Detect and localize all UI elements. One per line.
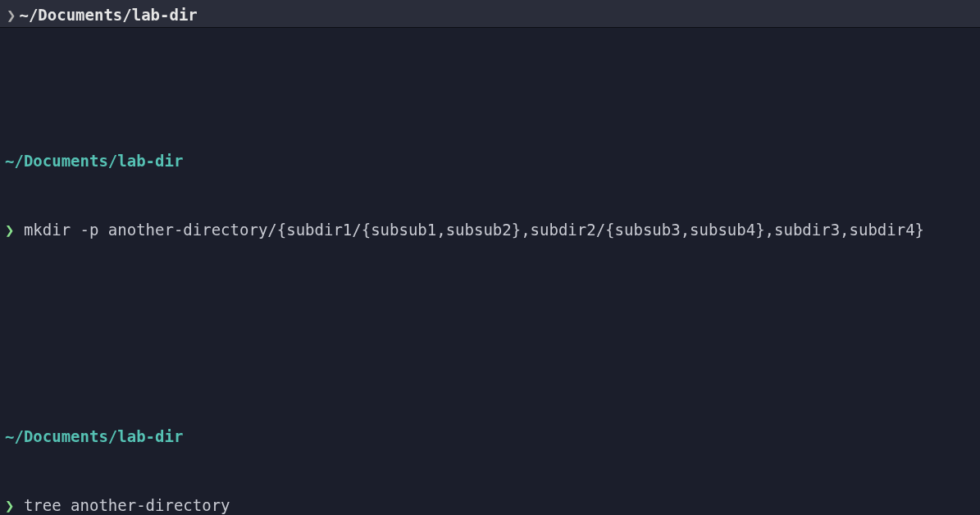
prompt-chevron-icon: ❯	[5, 221, 14, 239]
window-titlebar: ❯~/Documents/lab-dir	[0, 0, 980, 28]
cwd-path: ~/Documents/lab-dir	[5, 427, 183, 445]
terminal-output[interactable]: ~/Documents/lab-dir ❯ mkdir -p another-d…	[0, 28, 980, 515]
blank-line	[5, 310, 975, 333]
command-mkdir: mkdir -p another-directory/{subdir1/{sub…	[24, 221, 924, 239]
cwd-path: ~/Documents/lab-dir	[5, 152, 183, 170]
titlebar-path: ~/Documents/lab-dir	[19, 6, 197, 24]
titlebar-chevron-icon: ❯	[7, 6, 16, 24]
prompt-chevron-icon: ❯	[5, 496, 14, 514]
command-tree: tree another-directory	[24, 496, 230, 514]
